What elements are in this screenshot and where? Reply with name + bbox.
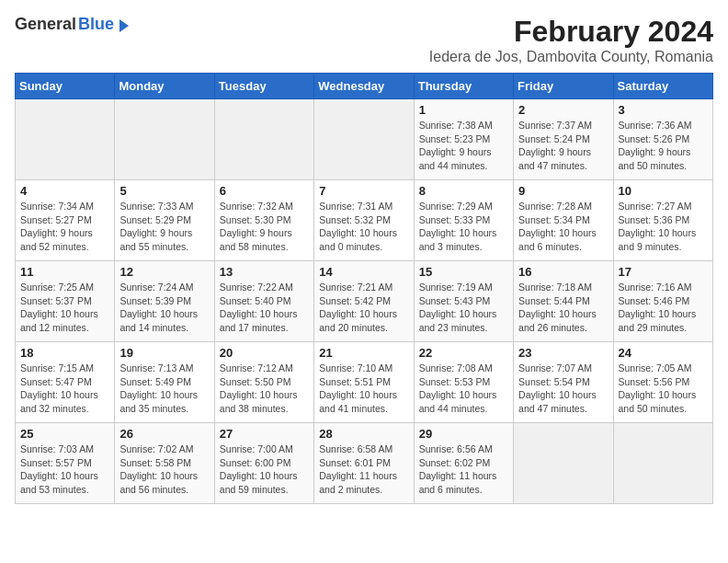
- calendar-cell: 12Sunrise: 7:24 AM Sunset: 5:39 PM Dayli…: [115, 261, 214, 342]
- calendar-cell: 15Sunrise: 7:19 AM Sunset: 5:43 PM Dayli…: [414, 261, 513, 342]
- day-info: Sunrise: 6:56 AM Sunset: 6:02 PM Dayligh…: [419, 442, 508, 497]
- day-header-monday: Monday: [115, 74, 214, 99]
- calendar-cell: 29Sunrise: 6:56 AM Sunset: 6:02 PM Dayli…: [414, 423, 513, 504]
- calendar-cell: 1Sunrise: 7:38 AM Sunset: 5:23 PM Daylig…: [414, 99, 513, 180]
- calendar-cell: [514, 423, 613, 504]
- calendar-cell: 3Sunrise: 7:36 AM Sunset: 5:26 PM Daylig…: [613, 99, 712, 180]
- week-row-3: 11Sunrise: 7:25 AM Sunset: 5:37 PM Dayli…: [16, 261, 713, 342]
- day-number: 11: [20, 265, 109, 279]
- calendar-cell: 22Sunrise: 7:08 AM Sunset: 5:53 PM Dayli…: [414, 342, 513, 423]
- day-number: 10: [619, 184, 708, 198]
- calendar-cell: [314, 99, 414, 180]
- day-number: 14: [319, 265, 408, 279]
- day-number: 29: [419, 427, 508, 441]
- day-info: Sunrise: 7:22 AM Sunset: 5:40 PM Dayligh…: [220, 281, 309, 335]
- day-info: Sunrise: 6:58 AM Sunset: 6:01 PM Dayligh…: [319, 442, 408, 497]
- day-header-friday: Friday: [514, 74, 613, 99]
- day-info: Sunrise: 7:37 AM Sunset: 5:24 PM Dayligh…: [518, 119, 608, 173]
- calendar-cell: 17Sunrise: 7:16 AM Sunset: 5:46 PM Dayli…: [613, 261, 712, 342]
- day-info: Sunrise: 7:03 AM Sunset: 5:57 PM Dayligh…: [20, 442, 109, 497]
- calendar-cell: 7Sunrise: 7:31 AM Sunset: 5:32 PM Daylig…: [314, 180, 414, 261]
- day-info: Sunrise: 7:08 AM Sunset: 5:53 PM Dayligh…: [419, 362, 508, 416]
- calendar-cell: 13Sunrise: 7:22 AM Sunset: 5:40 PM Dayli…: [214, 261, 313, 342]
- day-info: Sunrise: 7:24 AM Sunset: 5:39 PM Dayligh…: [119, 281, 209, 335]
- day-number: 16: [518, 265, 608, 279]
- title-area: February 2024 Iedera de Jos, Dambovita C…: [429, 15, 713, 65]
- day-number: 1: [419, 103, 508, 117]
- day-number: 4: [20, 184, 109, 198]
- calendar-title: February 2024: [429, 15, 713, 49]
- day-info: Sunrise: 7:00 AM Sunset: 6:00 PM Dayligh…: [220, 442, 309, 497]
- day-info: Sunrise: 7:33 AM Sunset: 5:29 PM Dayligh…: [119, 200, 209, 254]
- calendar-cell: 20Sunrise: 7:12 AM Sunset: 5:50 PM Dayli…: [214, 342, 313, 423]
- logo-blue-text: Blue: [78, 15, 114, 34]
- calendar-cell: 19Sunrise: 7:13 AM Sunset: 5:49 PM Dayli…: [115, 342, 214, 423]
- day-number: 26: [119, 427, 209, 441]
- day-info: Sunrise: 7:29 AM Sunset: 5:33 PM Dayligh…: [419, 200, 508, 254]
- day-header-thursday: Thursday: [414, 74, 513, 99]
- day-info: Sunrise: 7:12 AM Sunset: 5:50 PM Dayligh…: [220, 362, 309, 416]
- calendar-cell: 8Sunrise: 7:29 AM Sunset: 5:33 PM Daylig…: [414, 180, 513, 261]
- day-number: 18: [20, 346, 109, 360]
- day-header-saturday: Saturday: [613, 74, 712, 99]
- day-info: Sunrise: 7:21 AM Sunset: 5:42 PM Dayligh…: [319, 281, 408, 335]
- calendar-cell: 23Sunrise: 7:07 AM Sunset: 5:54 PM Dayli…: [514, 342, 613, 423]
- header: General Blue February 2024 Iedera de Jos…: [15, 15, 713, 65]
- day-header-tuesday: Tuesday: [214, 74, 313, 99]
- day-number: 27: [220, 427, 309, 441]
- day-number: 12: [119, 265, 209, 279]
- calendar-cell: 11Sunrise: 7:25 AM Sunset: 5:37 PM Dayli…: [16, 261, 115, 342]
- days-header-row: SundayMondayTuesdayWednesdayThursdayFrid…: [16, 74, 713, 99]
- day-info: Sunrise: 7:38 AM Sunset: 5:23 PM Dayligh…: [419, 119, 508, 173]
- day-info: Sunrise: 7:31 AM Sunset: 5:32 PM Dayligh…: [319, 200, 408, 254]
- calendar-cell: 27Sunrise: 7:00 AM Sunset: 6:00 PM Dayli…: [214, 423, 313, 504]
- day-info: Sunrise: 7:05 AM Sunset: 5:56 PM Dayligh…: [619, 362, 708, 416]
- week-row-1: 1Sunrise: 7:38 AM Sunset: 5:23 PM Daylig…: [16, 99, 713, 180]
- week-row-5: 25Sunrise: 7:03 AM Sunset: 5:57 PM Dayli…: [16, 423, 713, 504]
- calendar-cell: 9Sunrise: 7:28 AM Sunset: 5:34 PM Daylig…: [514, 180, 613, 261]
- calendar-subtitle: Iedera de Jos, Dambovita County, Romania: [429, 49, 713, 65]
- calendar-cell: 26Sunrise: 7:02 AM Sunset: 5:58 PM Dayli…: [115, 423, 214, 504]
- calendar-cell: 24Sunrise: 7:05 AM Sunset: 5:56 PM Dayli…: [613, 342, 712, 423]
- day-info: Sunrise: 7:32 AM Sunset: 5:30 PM Dayligh…: [220, 200, 309, 254]
- day-info: Sunrise: 7:19 AM Sunset: 5:43 PM Dayligh…: [419, 281, 508, 335]
- day-number: 23: [518, 346, 608, 360]
- day-info: Sunrise: 7:10 AM Sunset: 5:51 PM Dayligh…: [319, 362, 408, 416]
- calendar-cell: 18Sunrise: 7:15 AM Sunset: 5:47 PM Dayli…: [16, 342, 115, 423]
- day-number: 25: [20, 427, 109, 441]
- day-number: 5: [119, 184, 209, 198]
- week-row-4: 18Sunrise: 7:15 AM Sunset: 5:47 PM Dayli…: [16, 342, 713, 423]
- day-number: 2: [518, 103, 608, 117]
- day-number: 19: [119, 346, 209, 360]
- day-number: 7: [319, 184, 408, 198]
- day-number: 8: [419, 184, 508, 198]
- day-header-sunday: Sunday: [16, 74, 115, 99]
- day-number: 21: [319, 346, 408, 360]
- logo-general-text: General: [15, 15, 76, 34]
- day-info: Sunrise: 7:28 AM Sunset: 5:34 PM Dayligh…: [518, 200, 608, 254]
- day-info: Sunrise: 7:18 AM Sunset: 5:44 PM Dayligh…: [518, 281, 608, 335]
- calendar-cell: 14Sunrise: 7:21 AM Sunset: 5:42 PM Dayli…: [314, 261, 414, 342]
- day-number: 28: [319, 427, 408, 441]
- day-number: 3: [619, 103, 708, 117]
- logo: General Blue: [15, 15, 129, 34]
- day-number: 24: [619, 346, 708, 360]
- day-info: Sunrise: 7:07 AM Sunset: 5:54 PM Dayligh…: [518, 362, 608, 416]
- day-info: Sunrise: 7:36 AM Sunset: 5:26 PM Dayligh…: [619, 119, 708, 173]
- day-number: 22: [419, 346, 508, 360]
- calendar-table: SundayMondayTuesdayWednesdayThursdayFrid…: [15, 73, 713, 504]
- day-header-wednesday: Wednesday: [314, 74, 414, 99]
- day-number: 13: [220, 265, 309, 279]
- day-info: Sunrise: 7:13 AM Sunset: 5:49 PM Dayligh…: [119, 362, 209, 416]
- calendar-cell: 25Sunrise: 7:03 AM Sunset: 5:57 PM Dayli…: [16, 423, 115, 504]
- day-info: Sunrise: 7:27 AM Sunset: 5:36 PM Dayligh…: [619, 200, 708, 254]
- day-info: Sunrise: 7:15 AM Sunset: 5:47 PM Dayligh…: [20, 362, 109, 416]
- calendar-cell: 4Sunrise: 7:34 AM Sunset: 5:27 PM Daylig…: [16, 180, 115, 261]
- day-info: Sunrise: 7:34 AM Sunset: 5:27 PM Dayligh…: [20, 200, 109, 254]
- calendar-cell: 21Sunrise: 7:10 AM Sunset: 5:51 PM Dayli…: [314, 342, 414, 423]
- calendar-cell: 2Sunrise: 7:37 AM Sunset: 5:24 PM Daylig…: [514, 99, 613, 180]
- day-number: 6: [220, 184, 309, 198]
- day-info: Sunrise: 7:16 AM Sunset: 5:46 PM Dayligh…: [619, 281, 708, 335]
- calendar-cell: 10Sunrise: 7:27 AM Sunset: 5:36 PM Dayli…: [613, 180, 712, 261]
- day-info: Sunrise: 7:25 AM Sunset: 5:37 PM Dayligh…: [20, 281, 109, 335]
